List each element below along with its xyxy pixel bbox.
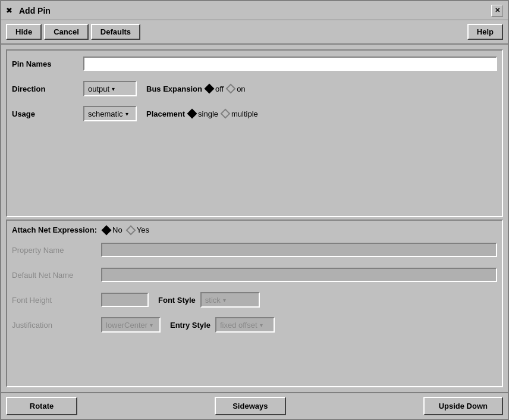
justification-row: Justification lowerCenter ▾ Entry Style …	[12, 316, 497, 333]
title-bar: ✖ Add Pin ✕	[1, 1, 508, 20]
upside-down-button[interactable]: Upside Down	[423, 397, 503, 415]
attach-net-yes-option[interactable]: Yes	[127, 225, 149, 234]
close-button[interactable]: ✕	[491, 5, 503, 17]
direction-row: Direction output ▾ Bus Expansion off on	[12, 80, 497, 97]
placement-label: Placement	[146, 109, 185, 118]
main-content: Pin Names Direction output ▾ Bus Expansi…	[1, 45, 508, 392]
bus-expansion-label: Bus Expansion	[146, 84, 202, 93]
top-section: Pin Names Direction output ▾ Bus Expansi…	[6, 49, 503, 217]
property-name-row: Property Name	[12, 242, 497, 258]
placement-multiple-label: multiple	[231, 109, 258, 118]
attach-net-yes-label: Yes	[137, 225, 149, 234]
placement-single-label: single	[198, 109, 218, 118]
bus-expansion-on-label: on	[237, 84, 245, 93]
usage-row: Usage schematic ▾ Placement single multi…	[12, 105, 497, 122]
entry-style-label: Entry Style	[170, 321, 210, 330]
usage-label: Usage	[12, 109, 83, 118]
pin-names-label: Pin Names	[12, 59, 83, 68]
attach-net-section: Attach Net Expression: No Yes Property N…	[6, 220, 503, 387]
attach-net-row: Attach Net Expression: No Yes	[12, 225, 497, 234]
justification-value: lowerCenter	[106, 321, 147, 330]
pin-names-input[interactable]	[83, 57, 497, 71]
toolbar: Hide Cancel Defaults Help	[1, 20, 508, 45]
default-net-name-label: Default Net Name	[12, 271, 101, 280]
usage-dropdown[interactable]: schematic ▾	[83, 106, 137, 121]
sideways-button[interactable]: Sideways	[215, 397, 286, 415]
bottom-toolbar: Rotate Sideways Upside Down	[1, 392, 508, 419]
entry-style-dropdown: fixed offset ▾	[215, 317, 275, 333]
placement-single-radio	[187, 109, 197, 119]
cancel-button[interactable]: Cancel	[44, 24, 89, 40]
bus-expansion-group: Bus Expansion off on	[146, 84, 246, 93]
defaults-button[interactable]: Defaults	[91, 24, 140, 40]
font-height-input[interactable]: 0.0625	[101, 293, 149, 307]
direction-value: output	[88, 84, 109, 93]
entry-style-value: fixed offset	[220, 321, 257, 330]
justification-dropdown: lowerCenter ▾	[101, 317, 161, 333]
font-style-label: Font Style	[158, 296, 196, 305]
rotate-button[interactable]: Rotate	[6, 397, 77, 415]
attach-net-no-radio	[102, 225, 112, 235]
hide-button[interactable]: Hide	[6, 24, 42, 40]
usage-arrow: ▾	[125, 111, 128, 117]
default-net-name-input	[101, 268, 497, 282]
property-name-input	[101, 243, 497, 257]
attach-net-label: Attach Net Expression:	[12, 225, 97, 234]
bus-expansion-on-option[interactable]: on	[227, 84, 245, 93]
placement-group: Placement single multiple	[146, 109, 258, 118]
usage-value: schematic	[88, 109, 123, 118]
help-button[interactable]: Help	[467, 24, 503, 40]
property-name-label: Property Name	[12, 246, 101, 255]
font-style-arrow: ▾	[223, 297, 226, 303]
justification-arrow: ▾	[150, 322, 153, 328]
font-height-row: Font Height 0.0625 Font Style stick ▾	[12, 292, 497, 308]
font-style-value: stick	[205, 296, 221, 305]
pin-names-row: Pin Names	[12, 55, 497, 72]
attach-net-no-label: No	[112, 225, 122, 234]
window-title: Add Pin	[19, 6, 51, 15]
default-net-name-row: Default Net Name	[12, 267, 497, 283]
bus-expansion-off-option[interactable]: off	[206, 84, 224, 93]
justification-label: Justification	[12, 321, 101, 330]
add-pin-window: ✖ Add Pin ✕ Hide Cancel Defaults Help Pi…	[0, 0, 509, 420]
attach-net-yes-radio	[125, 225, 136, 235]
font-style-dropdown: stick ▾	[200, 292, 260, 308]
bus-expansion-off-radio	[204, 84, 214, 94]
entry-style-arrow: ▾	[260, 322, 263, 328]
direction-arrow: ▾	[112, 86, 115, 92]
bus-expansion-off-label: off	[215, 84, 224, 93]
direction-label: Direction	[12, 84, 83, 93]
direction-dropdown[interactable]: output ▾	[83, 81, 137, 96]
attach-net-no-option[interactable]: No	[103, 225, 122, 234]
font-height-label: Font Height	[12, 296, 101, 305]
bus-expansion-on-radio	[226, 84, 236, 94]
placement-single-option[interactable]: single	[188, 109, 218, 118]
placement-multiple-option[interactable]: multiple	[222, 109, 258, 118]
placement-multiple-radio	[221, 109, 231, 119]
window-icon: ✖	[6, 6, 15, 15]
